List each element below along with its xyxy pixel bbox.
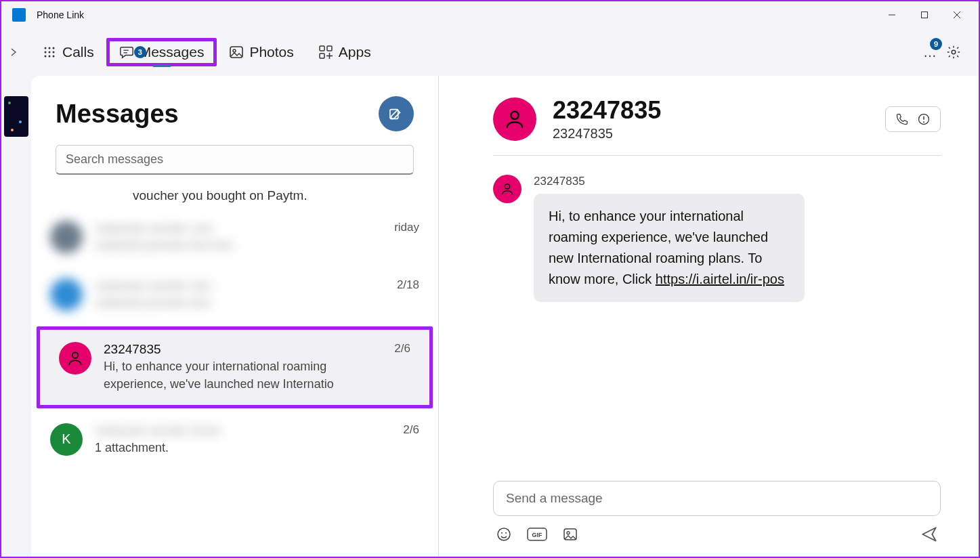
conversation-name: redacted sender two bbox=[95, 278, 385, 293]
svg-point-6 bbox=[53, 47, 55, 49]
minimize-button[interactable] bbox=[884, 7, 900, 23]
more-button[interactable]: … 9 bbox=[923, 45, 937, 60]
compose-icon bbox=[389, 106, 404, 121]
svg-point-26 bbox=[511, 111, 518, 119]
messages-heading: Messages bbox=[56, 100, 179, 129]
svg-point-7 bbox=[45, 51, 47, 53]
conversation-preview: redacted preview text bbox=[95, 295, 385, 312]
contact-avatar bbox=[493, 98, 536, 141]
svg-point-16 bbox=[233, 49, 236, 52]
conversation-item-selected[interactable]: 23247835 Hi, to enhance your internation… bbox=[37, 326, 433, 408]
messages-badge: 3 bbox=[134, 46, 146, 58]
notification-badge: 9 bbox=[930, 38, 942, 50]
tab-calls-label: Calls bbox=[62, 44, 94, 60]
conversation-item[interactable]: K redacted sender three 1 attachment. 2/… bbox=[31, 411, 438, 469]
person-icon bbox=[503, 108, 526, 131]
tab-photos[interactable]: Photos bbox=[217, 39, 305, 66]
person-icon bbox=[500, 181, 515, 196]
phone-thumbnail[interactable] bbox=[4, 96, 28, 137]
svg-point-22 bbox=[952, 50, 956, 54]
close-button[interactable] bbox=[949, 7, 965, 23]
main-content: Messages voucher you bought on Paytm. re… bbox=[1, 76, 979, 557]
conversation-preview: redacted preview text line bbox=[95, 237, 382, 254]
svg-point-4 bbox=[45, 47, 47, 49]
conversation-item[interactable]: redacted sender two redacted preview tex… bbox=[31, 266, 438, 324]
message-link[interactable]: https://i.airtel.in/ir-pos bbox=[656, 272, 784, 286]
conversation-list: voucher you bought on Paytm. redacted se… bbox=[31, 183, 438, 469]
tab-apps-label: Apps bbox=[339, 44, 371, 60]
conversation-preview: 1 attachment. bbox=[95, 439, 391, 456]
svg-point-29 bbox=[923, 121, 924, 123]
gear-icon bbox=[946, 45, 961, 60]
conversation-preview: Hi, to enhance your international roamin… bbox=[104, 358, 382, 392]
apps-icon bbox=[318, 45, 333, 60]
info-button[interactable] bbox=[917, 112, 931, 126]
send-icon bbox=[920, 525, 938, 543]
composer-area: GIF bbox=[493, 481, 941, 557]
svg-rect-17 bbox=[320, 46, 324, 51]
tab-calls[interactable]: Calls bbox=[30, 39, 106, 66]
conversation-date: 2/6 bbox=[394, 342, 410, 392]
contact-actions bbox=[885, 106, 941, 132]
phone-icon bbox=[895, 112, 909, 126]
message-composer[interactable] bbox=[493, 481, 941, 516]
active-tab-indicator bbox=[152, 64, 171, 67]
maximize-button[interactable] bbox=[916, 7, 933, 23]
tab-messages-label: Messages bbox=[140, 44, 205, 60]
conversation-date: 2/6 bbox=[403, 423, 419, 456]
svg-point-30 bbox=[505, 184, 509, 189]
tab-photos-label: Photos bbox=[249, 44, 293, 60]
back-chevron-icon[interactable] bbox=[9, 46, 30, 58]
conversation-detail-panel: 23247835 23247835 23247835 bbox=[439, 76, 979, 557]
avatar bbox=[50, 221, 83, 253]
app-title: Phone Link bbox=[37, 9, 84, 20]
svg-rect-15 bbox=[230, 47, 242, 58]
conversation-item[interactable]: redacted sender one redacted preview tex… bbox=[31, 209, 438, 266]
message-sender: 23247835 bbox=[534, 175, 941, 188]
conversation-name: redacted sender one bbox=[95, 221, 382, 236]
svg-point-5 bbox=[49, 47, 51, 49]
contact-header: 23247835 23247835 bbox=[493, 96, 941, 156]
avatar: K bbox=[50, 423, 83, 456]
message-area: 23247835 Hi, to enhance your internation… bbox=[493, 156, 941, 481]
svg-text:GIF: GIF bbox=[532, 532, 543, 538]
svg-point-10 bbox=[45, 56, 47, 58]
send-button[interactable] bbox=[920, 525, 938, 543]
tab-messages[interactable]: 3 Messages bbox=[106, 38, 217, 66]
settings-button[interactable] bbox=[946, 45, 961, 60]
person-icon bbox=[66, 349, 84, 367]
image-button[interactable] bbox=[562, 526, 578, 542]
svg-rect-19 bbox=[320, 53, 324, 58]
window-controls bbox=[884, 7, 973, 23]
conversation-list-panel: Messages voucher you bought on Paytm. re… bbox=[31, 76, 439, 557]
contact-name: 23247835 bbox=[553, 96, 661, 125]
svg-point-37 bbox=[567, 532, 570, 534]
contact-subtitle: 23247835 bbox=[553, 126, 661, 142]
photo-icon bbox=[229, 45, 244, 60]
app-icon bbox=[12, 8, 26, 22]
image-icon bbox=[562, 526, 578, 542]
emoji-button[interactable] bbox=[496, 526, 512, 542]
message-avatar bbox=[493, 175, 521, 203]
message-input[interactable] bbox=[506, 491, 928, 506]
gif-icon: GIF bbox=[527, 526, 547, 542]
call-button[interactable] bbox=[895, 112, 909, 126]
message-bubble: Hi, to enhance your international roamin… bbox=[534, 194, 805, 302]
gif-button[interactable]: GIF bbox=[527, 526, 547, 542]
message-row: 23247835 Hi, to enhance your internation… bbox=[493, 175, 941, 302]
top-nav: Calls 3 Messages Photos Apps … 9 bbox=[1, 28, 979, 76]
conversation-name: redacted sender three bbox=[95, 423, 391, 438]
partial-preview-line: voucher you bought on Paytm. bbox=[31, 183, 438, 209]
compose-button[interactable] bbox=[379, 96, 414, 131]
svg-point-9 bbox=[53, 51, 55, 53]
svg-point-12 bbox=[53, 56, 55, 58]
tab-apps[interactable]: Apps bbox=[306, 39, 383, 66]
phone-strip bbox=[1, 76, 31, 557]
svg-point-8 bbox=[49, 51, 51, 53]
conversation-name: 23247835 bbox=[104, 342, 382, 357]
svg-point-33 bbox=[505, 532, 507, 534]
search-input[interactable] bbox=[56, 145, 414, 175]
conversation-date: 2/18 bbox=[397, 278, 419, 312]
conversation-date: riday bbox=[394, 221, 419, 254]
svg-point-25 bbox=[72, 353, 79, 359]
